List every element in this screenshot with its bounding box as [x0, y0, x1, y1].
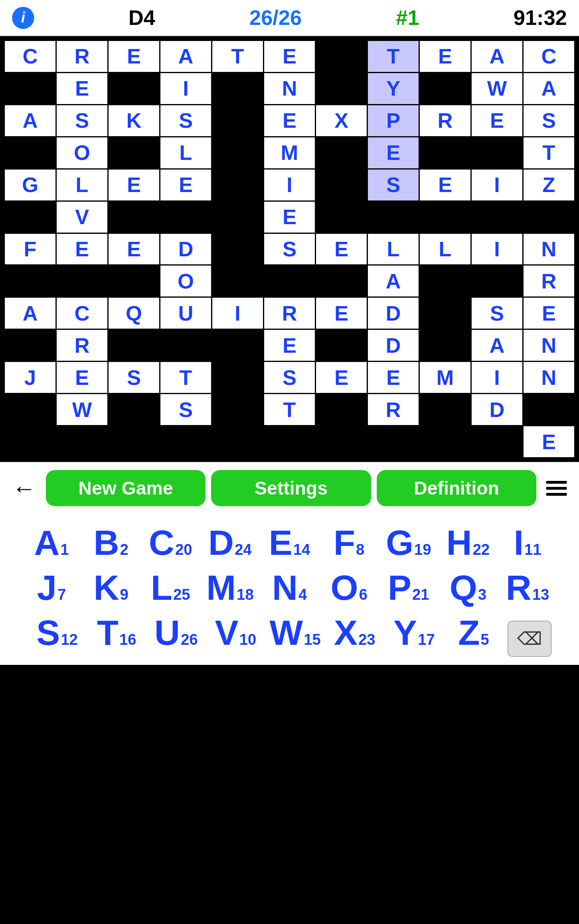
grid-cell-11-7[interactable]: R	[368, 394, 419, 425]
grid-cell-10-8[interactable]: M	[420, 362, 470, 393]
grid-cell-1-7[interactable]: Y	[368, 73, 419, 104]
key-f[interactable]: F8	[319, 522, 379, 563]
grid-cell-6-9[interactable]: I	[472, 234, 522, 265]
grid-cell-4-7[interactable]: S	[368, 170, 419, 200]
grid-cell-0-10[interactable]: C	[524, 41, 574, 72]
key-q[interactable]: Q3	[438, 567, 498, 608]
menu-button[interactable]	[542, 481, 571, 496]
new-game-button[interactable]: New Game	[46, 470, 205, 506]
grid-cell-1-10[interactable]: A	[524, 73, 574, 104]
grid-cell-2-6[interactable]: X	[316, 105, 367, 136]
key-s[interactable]: S12	[27, 612, 87, 653]
grid-cell-2-5[interactable]: E	[264, 105, 315, 136]
grid-cell-9-7[interactable]: D	[368, 330, 419, 361]
key-a[interactable]: A1	[22, 522, 81, 563]
grid-cell-11-5[interactable]: T	[264, 394, 315, 425]
key-h[interactable]: H22	[438, 522, 498, 563]
grid-cell-11-1[interactable]: W	[57, 394, 107, 425]
grid-cell-6-2[interactable]: E	[109, 234, 159, 265]
grid-cell-5-5[interactable]: E	[264, 202, 315, 233]
grid-cell-2-8[interactable]: R	[420, 105, 470, 136]
grid-cell-0-9[interactable]: A	[472, 41, 522, 72]
grid-cell-3-5[interactable]: M	[264, 137, 315, 168]
key-t[interactable]: T16	[87, 612, 146, 653]
grid-cell-2-0[interactable]: A	[5, 105, 55, 136]
grid-cell-8-0[interactable]: A	[5, 298, 55, 329]
key-g[interactable]: G19	[379, 522, 438, 563]
settings-button[interactable]: Settings	[211, 470, 371, 506]
grid-cell-8-4[interactable]: I	[212, 298, 263, 329]
key-c[interactable]: C20	[141, 522, 200, 563]
grid-cell-8-1[interactable]: C	[57, 298, 107, 329]
grid-cell-10-10[interactable]: N	[524, 362, 574, 393]
grid-cell-6-10[interactable]: N	[524, 234, 574, 265]
grid-cell-10-9[interactable]: I	[472, 362, 522, 393]
key-r[interactable]: R13	[498, 567, 557, 608]
grid-cell-4-0[interactable]: G	[5, 170, 55, 200]
grid-cell-5-1[interactable]: V	[57, 202, 107, 233]
grid-cell-1-5[interactable]: N	[264, 73, 315, 104]
grid-cell-4-10[interactable]: Z	[524, 170, 574, 200]
key-l[interactable]: L25	[141, 567, 200, 608]
grid-cell-0-8[interactable]: E	[420, 41, 470, 72]
grid-cell-9-5[interactable]: E	[264, 330, 315, 361]
delete-button[interactable]: ⌫	[507, 621, 552, 657]
grid-cell-3-1[interactable]: O	[57, 137, 107, 168]
grid-cell-0-1[interactable]: R	[57, 41, 107, 72]
key-y[interactable]: Y17	[384, 612, 444, 653]
grid-cell-6-1[interactable]: E	[57, 234, 107, 265]
definition-button[interactable]: Definition	[377, 470, 536, 506]
key-j[interactable]: J7	[22, 567, 81, 608]
key-o[interactable]: O6	[319, 567, 379, 608]
grid-cell-4-8[interactable]: E	[420, 170, 470, 200]
key-w[interactable]: W15	[265, 612, 325, 653]
grid-cell-1-1[interactable]: E	[57, 73, 107, 104]
key-i[interactable]: I11	[498, 522, 557, 563]
key-e[interactable]: E14	[260, 522, 319, 563]
grid-cell-2-7[interactable]: P	[368, 105, 419, 136]
key-k[interactable]: K9	[81, 567, 141, 608]
key-n[interactable]: N4	[260, 567, 319, 608]
grid-cell-6-6[interactable]: E	[316, 234, 367, 265]
grid-cell-0-0[interactable]: C	[5, 41, 55, 72]
grid-cell-9-10[interactable]: N	[524, 330, 574, 361]
grid-cell-11-9[interactable]: D	[472, 394, 522, 425]
grid-cell-4-9[interactable]: I	[472, 170, 522, 200]
grid-cell-2-2[interactable]: K	[109, 105, 159, 136]
grid-cell-0-7[interactable]: T	[368, 41, 419, 72]
grid-cell-11-3[interactable]: S	[160, 394, 211, 425]
grid-cell-8-5[interactable]: R	[264, 298, 315, 329]
grid-cell-2-9[interactable]: E	[472, 105, 522, 136]
info-icon[interactable]: i	[12, 7, 34, 29]
grid-cell-10-7[interactable]: E	[368, 362, 419, 393]
key-z[interactable]: Z5	[444, 612, 503, 653]
key-u[interactable]: U26	[146, 612, 206, 653]
grid-cell-7-3[interactable]: O	[160, 266, 211, 296]
crossword-grid[interactable]: CREATETEACEINYWAASKSEXPRESOLMETGLEEISEIZ…	[0, 36, 579, 462]
grid-cell-8-6[interactable]: E	[316, 298, 367, 329]
grid-cell-2-1[interactable]: S	[57, 105, 107, 136]
grid-cell-0-5[interactable]: E	[264, 41, 315, 72]
grid-cell-10-3[interactable]: T	[160, 362, 211, 393]
grid-cell-10-2[interactable]: S	[109, 362, 159, 393]
grid-cell-9-9[interactable]: A	[472, 330, 522, 361]
key-p[interactable]: P21	[379, 567, 438, 608]
grid-cell-6-0[interactable]: F	[5, 234, 55, 265]
grid-cell-8-9[interactable]: S	[472, 298, 522, 329]
grid-cell-0-4[interactable]: T	[212, 41, 263, 72]
grid-cell-0-3[interactable]: A	[160, 41, 211, 72]
grid-cell-10-6[interactable]: E	[316, 362, 367, 393]
grid-cell-12-10[interactable]: E	[524, 426, 574, 457]
key-b[interactable]: B2	[81, 522, 141, 563]
grid-cell-8-10[interactable]: E	[524, 298, 574, 329]
grid-cell-7-7[interactable]: A	[368, 266, 419, 296]
grid-cell-2-3[interactable]: S	[160, 105, 211, 136]
grid-cell-1-9[interactable]: W	[472, 73, 522, 104]
grid-cell-4-2[interactable]: E	[109, 170, 159, 200]
back-button[interactable]: ←	[8, 474, 40, 502]
grid-cell-6-3[interactable]: D	[160, 234, 211, 265]
key-x[interactable]: X23	[325, 612, 384, 653]
grid-cell-10-5[interactable]: S	[264, 362, 315, 393]
grid-cell-8-7[interactable]: D	[368, 298, 419, 329]
grid-cell-1-3[interactable]: I	[160, 73, 211, 104]
